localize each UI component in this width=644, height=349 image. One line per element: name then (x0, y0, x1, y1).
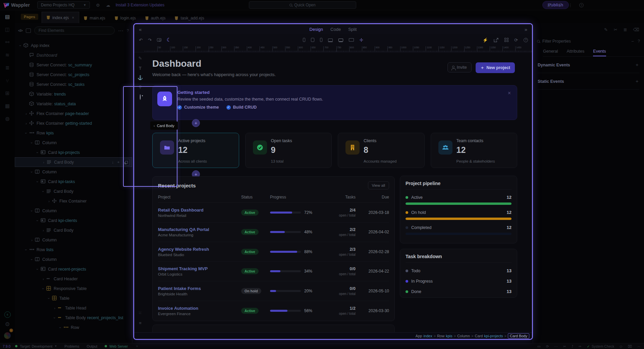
tree-chevron-icon[interactable]: › (41, 277, 46, 281)
tab-index.ejs[interactable]: index.ejs× (42, 12, 79, 23)
more-options-icon[interactable]: ⋯ (118, 27, 123, 34)
theme-droplet-icon[interactable] (557, 3, 562, 7)
breadcrumb-current[interactable]: Card Body (508, 333, 529, 339)
rp-cut-icon[interactable]: ✂ (614, 27, 618, 32)
tree-chevron-icon[interactable]: › (41, 189, 45, 194)
table-row[interactable]: Shipment Tracking MVPOrbit LogisticsActi… (158, 262, 389, 282)
tree-chevron-icon[interactable]: › (41, 286, 45, 291)
rp-trash-icon[interactable]: ⌫ (633, 27, 639, 32)
git-icon[interactable]: ⑂ (0, 74, 15, 87)
tree-item-card-body[interactable]: ›Card Body (15, 225, 132, 235)
tree-item-table[interactable]: ›Table (15, 293, 132, 303)
rp-edit-icon[interactable]: ✎ (604, 27, 608, 32)
problems-button[interactable]: Problems (64, 344, 79, 348)
tree-help-icon[interactable]: ? (127, 28, 129, 33)
table-row[interactable]: Patient Intake FormsBrightside HealthOn … (158, 281, 389, 301)
tree-item-table-head[interactable]: ›Table Head (15, 303, 132, 313)
properties-tab-events[interactable]: Events (593, 49, 606, 56)
table-row[interactable]: Invoice AutomationEvergreen FinanceActiv… (158, 301, 389, 321)
community-badge[interactable]: S (4, 311, 11, 318)
kpi-card-open-tasks[interactable]: Open tasks913 total (245, 133, 332, 168)
text-tool-icon[interactable]: T (138, 66, 143, 71)
tree-item-flex-container[interactable]: ›Flex Container (15, 196, 132, 206)
edit-pencil-icon[interactable]: ✎ (138, 56, 143, 61)
actions-bolt-icon[interactable]: ⚡ (483, 38, 488, 43)
database-icon[interactable]: ≋ (0, 49, 15, 61)
breadcrumb-crumb[interactable]: Appindex (416, 334, 432, 338)
bot-icon[interactable]: ◍ (0, 112, 15, 125)
tree-item-row[interactable]: ›Rowlists (15, 245, 132, 254)
tree-item-server-connect-[interactable]: Server Connect:sc_projects (15, 70, 132, 79)
tree-chevron-icon[interactable]: › (47, 296, 51, 301)
components-icon[interactable]: ⊞ (0, 87, 15, 100)
help-icon[interactable]: ? (579, 3, 584, 7)
tree-chevron-icon[interactable]: › (24, 131, 28, 135)
tree-item-card-body[interactable]: ›Card Body↓＋ (15, 157, 132, 167)
nodes-icon[interactable]: ⚯ (0, 36, 15, 49)
tree-item-table-body[interactable]: ›Table Bodyrecent_projects_list (15, 313, 132, 323)
list-lines-icon[interactable]: ≡ (138, 321, 143, 326)
tree-chevron-icon[interactable]: › (24, 247, 28, 252)
new-project-button[interactable]: ＋ New project (476, 62, 515, 73)
tree-chevron-icon[interactable]: › (36, 218, 40, 223)
structure-icon[interactable] (26, 28, 31, 33)
sb-brush-icon[interactable]: ✑ (579, 344, 582, 348)
add-inside-icon[interactable]: ＋ (116, 159, 120, 165)
project-name-link[interactable]: Agency Website Refresh (158, 247, 241, 252)
mode-tab-code[interactable]: Code (330, 27, 341, 32)
layers-icon[interactable]: ≣ (0, 61, 15, 74)
banner-check-2[interactable]: ✓Build CRUD (226, 105, 257, 110)
project-name-link[interactable]: Patient Intake Forms (158, 286, 241, 291)
redo-icon[interactable]: ↷ (148, 38, 152, 43)
device-wide-icon[interactable] (349, 38, 354, 42)
move-resize-icon[interactable]: ✢ (360, 38, 363, 43)
tree-item-row[interactable]: ›Row (15, 323, 132, 332)
table-row[interactable]: Retail Ops DashboardNorthwind RetailActi… (158, 203, 389, 223)
sb-cut-icon[interactable]: ✂ (563, 344, 566, 348)
sb-more-icon[interactable]: ⋯ (554, 344, 558, 348)
project-name-link[interactable]: Shipment Tracking MVP (158, 266, 241, 271)
rp-help-icon[interactable]: ? (638, 39, 640, 44)
refresh-icon[interactable]: ⟳ (514, 38, 518, 43)
open-external-icon[interactable] (494, 38, 499, 42)
properties-tab-attributes[interactable]: Attributes (567, 49, 584, 54)
assets-icon[interactable]: ▦ (0, 100, 15, 112)
tree-chevron-icon[interactable]: › (47, 199, 51, 203)
tree-item-card[interactable]: ›Cardkpi-tasks (15, 177, 132, 186)
tree-chevron-icon[interactable]: › (36, 267, 40, 272)
tree-chevron-icon[interactable]: › (30, 238, 34, 242)
tree-chevron-icon[interactable]: › (30, 209, 34, 213)
system-check-button[interactable]: ✓ System Check (587, 344, 614, 348)
tree-item-column[interactable]: ›Column (15, 206, 132, 216)
sb-refresh-icon[interactable]: ⟳ (546, 344, 549, 348)
tree-item-row[interactable]: ›Rowkpis (15, 128, 132, 138)
device-desktop-icon[interactable] (338, 39, 343, 42)
tree-chevron-icon[interactable]: › (30, 257, 34, 262)
tree-chevron-icon[interactable]: › (52, 306, 57, 310)
sb-share-icon[interactable]: ⤴ (572, 344, 573, 348)
layout-panels-icon[interactable] (547, 3, 552, 7)
output-button[interactable]: Output (87, 344, 98, 348)
tree-chevron-icon[interactable]: › (24, 121, 29, 125)
sb-package-icon[interactable]: ⌧ (628, 344, 632, 348)
tree-chevron-icon[interactable]: › (18, 43, 22, 48)
tree-chevron-icon[interactable]: › (36, 179, 40, 184)
find-elements-input[interactable]: Find Elements (34, 26, 115, 35)
table-row[interactable]: Manufacturing QA PortalAcme Manufacturin… (158, 223, 389, 242)
dynamic-events-section[interactable]: Dynamic Events ＋ (538, 62, 639, 73)
tree-chevron-icon[interactable]: › (24, 112, 29, 116)
collapse-right-icon[interactable]: » (520, 26, 532, 32)
view-all-button[interactable]: View all (368, 181, 389, 189)
pages-chip[interactable]: Pages (21, 14, 38, 20)
breadcrumb-crumb[interactable]: Rowkpis (437, 334, 452, 338)
device-laptop-icon[interactable] (328, 39, 333, 42)
tree-item-column[interactable]: ›Column (15, 138, 132, 148)
tab-login.ejs[interactable]: login.ejs (110, 13, 141, 23)
tree-item-card[interactable]: ›Cardkpi-projects (15, 148, 132, 157)
device-phone-icon[interactable] (303, 38, 305, 42)
add-target-icon[interactable]: ＋ (135, 344, 139, 349)
pages-icon[interactable]: ▤ (0, 10, 15, 23)
blocks-icon[interactable]: ◫ (0, 23, 15, 36)
kpi-card-active-projects[interactable]: Active projects12Across all clients (152, 133, 239, 168)
tab-close-icon[interactable]: × (72, 15, 74, 20)
